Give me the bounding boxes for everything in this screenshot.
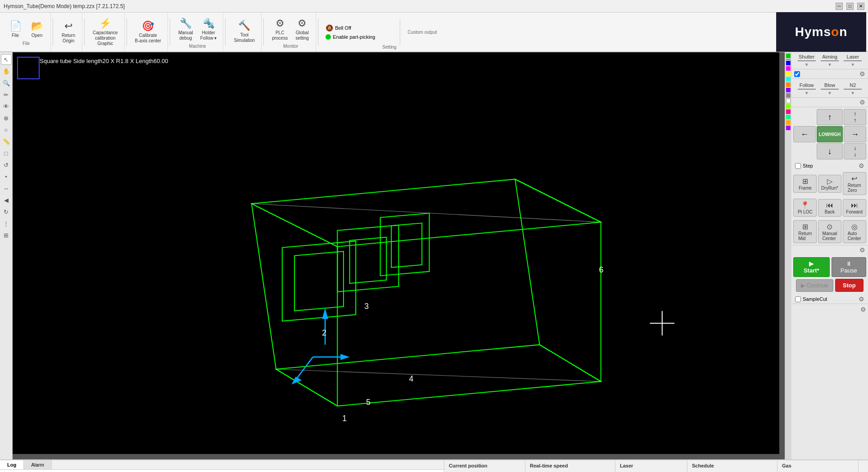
log-content[interactable]: (09/13 15:59:41) ExecutePLC:App_Start (0… bbox=[0, 470, 444, 472]
layer-color-yellow[interactable] bbox=[786, 72, 791, 76]
dots-v-tool[interactable]: ⋮ bbox=[1, 218, 12, 229]
pt-loc-button[interactable]: 📍 Pt LOC bbox=[793, 199, 817, 217]
current-position-section: Current position X -0261.005 mm Y +0736.… bbox=[444, 460, 525, 472]
layer-color-pink[interactable] bbox=[786, 109, 791, 114]
eye-tool[interactable]: 👁 bbox=[1, 101, 12, 112]
toolbar-group-monitor: ⚙ PLCprocess ⚙ Globalsetting Monitor bbox=[266, 13, 316, 51]
measure-tool[interactable]: 📏 bbox=[1, 136, 12, 147]
frame-button[interactable]: ⊞ Frame bbox=[793, 175, 817, 193]
pause-button[interactable]: ⏸ Pause bbox=[832, 257, 867, 277]
tool-icon: 🔨 bbox=[238, 20, 250, 32]
low-high-button[interactable]: LOW HIGH bbox=[817, 126, 843, 142]
calibrate-button[interactable]: 🎯 CalibrateB-axis center bbox=[132, 18, 164, 45]
hand-tool[interactable]: ✋ bbox=[1, 66, 12, 77]
return-origin-label: ReturnOrigin bbox=[62, 33, 75, 44]
close-button[interactable]: ✕ bbox=[857, 3, 864, 10]
center-gear-icon[interactable]: ⚙ bbox=[859, 246, 865, 254]
return-mid-button[interactable]: ⊞ ReturnMid bbox=[793, 220, 817, 243]
stretch-tool[interactable]: ↔ bbox=[1, 183, 12, 194]
viewport-scrollbar-horizontal[interactable] bbox=[13, 454, 785, 459]
layer-color-purple[interactable] bbox=[786, 88, 791, 92]
svg-line-6 bbox=[276, 369, 601, 381]
select-tool[interactable]: ↖ bbox=[1, 54, 12, 65]
alarm-tab[interactable]: Alarm bbox=[24, 460, 52, 469]
viewport[interactable]: Square tube Side length20 X R1.8 X Lengt… bbox=[13, 52, 785, 459]
new-file-icon: 📄 bbox=[9, 20, 22, 32]
zoom-in-tool[interactable]: ⊕ bbox=[1, 113, 12, 123]
viewport-scrollbar-vertical[interactable] bbox=[779, 52, 785, 459]
dir-up-button[interactable]: ↑ bbox=[817, 109, 843, 125]
arrow-left-tool[interactable]: ◀ bbox=[1, 195, 12, 205]
layer-color-gray[interactable] bbox=[786, 93, 791, 98]
dir-up-right-button[interactable]: ↑↑ bbox=[844, 109, 866, 125]
layer-color-gold[interactable] bbox=[786, 120, 791, 125]
tool-simulation-button[interactable]: 🔨 ToolSimulation bbox=[231, 18, 258, 45]
zoom-tool[interactable]: 🔍 bbox=[1, 77, 12, 88]
auto-center-button[interactable]: ◎ AutoCenter bbox=[843, 220, 866, 243]
pencil-tool[interactable]: ✏ bbox=[1, 89, 12, 100]
bell-off-button[interactable]: 🔕 Bell Off bbox=[326, 24, 375, 32]
return-zero-label: ReturnZero bbox=[848, 183, 861, 193]
layer-color-violet[interactable] bbox=[786, 126, 791, 130]
start-button[interactable]: ▶ Start* bbox=[793, 257, 830, 277]
sample-cut-gear-icon[interactable]: ⚙ bbox=[859, 295, 864, 303]
capacitance-button[interactable]: ⚡ CapacitancecalibrationGraphic bbox=[90, 16, 121, 48]
active-checkbox[interactable] bbox=[794, 71, 800, 77]
node-tool[interactable]: ⊞ bbox=[1, 230, 12, 241]
minimize-button[interactable]: ─ bbox=[836, 3, 843, 10]
maximize-button[interactable]: □ bbox=[846, 3, 854, 10]
sal-gear-icon[interactable]: ⚙ bbox=[859, 70, 865, 77]
svg-marker-3 bbox=[515, 179, 601, 381]
dry-run-button[interactable]: ▷ DryRun* bbox=[818, 175, 841, 193]
fbn-gear-icon[interactable]: ⚙ bbox=[859, 99, 865, 106]
return-origin-button[interactable]: ↩ ReturnOrigin bbox=[59, 18, 78, 45]
manual-debug-button[interactable]: 🔧 Manualdebug bbox=[176, 16, 196, 43]
n2-label: N2 bbox=[850, 82, 856, 88]
sample-cut-label: SampleCut bbox=[803, 296, 827, 302]
rect-tool[interactable]: □ bbox=[1, 148, 12, 159]
sample-cut-checkbox[interactable] bbox=[795, 296, 801, 302]
dot-tool[interactable]: • bbox=[1, 171, 12, 182]
layer-color-green[interactable] bbox=[786, 54, 791, 58]
back-button[interactable]: ⏮ Back bbox=[818, 199, 841, 217]
holder-follow-button[interactable]: 🔩 HolderFollow ▾ bbox=[198, 16, 220, 43]
step-gear-icon[interactable]: ⚙ bbox=[859, 162, 864, 169]
bottom-right-gear: ⚙ bbox=[859, 460, 868, 472]
layer-color-orange[interactable] bbox=[786, 82, 791, 87]
plc-process-button[interactable]: ⚙ PLCprocess bbox=[269, 16, 290, 43]
return-zero-button[interactable]: ↩ ReturnZero bbox=[843, 172, 866, 195]
dir-empty-1 bbox=[793, 109, 816, 125]
log-tab[interactable]: Log bbox=[0, 460, 24, 469]
new-file-button[interactable]: 📄 File bbox=[5, 18, 25, 40]
layer-color-white[interactable] bbox=[786, 99, 791, 103]
layer-color-lime[interactable] bbox=[786, 104, 791, 109]
global-setting-button[interactable]: ⚙ Globalsetting bbox=[292, 16, 312, 43]
layer-color-mint[interactable] bbox=[786, 115, 791, 119]
layer-color-magenta[interactable] bbox=[786, 66, 791, 71]
rotate-tool[interactable]: ↻ bbox=[1, 206, 12, 217]
gas-title: Gas bbox=[782, 463, 854, 468]
stop-button[interactable]: Stop bbox=[835, 279, 863, 292]
toolbar-sep-6 bbox=[263, 18, 264, 45]
step-checkbox[interactable] bbox=[795, 163, 801, 169]
dir-down-right-button[interactable]: ↓↓ bbox=[844, 143, 866, 159]
undo-tool[interactable]: ↺ bbox=[1, 159, 12, 170]
layer-color-blue[interactable] bbox=[786, 61, 791, 65]
dir-right-button[interactable]: → bbox=[844, 126, 866, 142]
manual-center-button[interactable]: ⊙ ManualCenter bbox=[818, 220, 841, 243]
circle-tool[interactable]: ○ bbox=[1, 124, 12, 135]
bottom-gear-icon[interactable]: ⚙ bbox=[860, 306, 866, 313]
forward-button[interactable]: ⏭ Forward bbox=[843, 199, 866, 217]
open-file-button[interactable]: 📂 Open bbox=[27, 18, 47, 40]
enable-part-picking-button[interactable]: Enable part-picking bbox=[326, 34, 375, 40]
holder-follow-icon: 🔩 bbox=[203, 18, 215, 29]
dir-down-button[interactable]: ↓ bbox=[817, 143, 843, 159]
continue-button[interactable]: ▶ Continue bbox=[796, 279, 833, 292]
window-controls[interactable]: ─ □ ✕ bbox=[836, 3, 864, 10]
controls-column: Shutter ▼ Aiming ▼ Laser ▼ bbox=[791, 52, 868, 459]
dir-left-button[interactable]: ← bbox=[793, 126, 816, 142]
pt-loc-icon: 📍 bbox=[800, 201, 809, 209]
svg-text:4: 4 bbox=[409, 374, 414, 383]
layer-color-cyan[interactable] bbox=[786, 77, 791, 82]
aiming-label: Aiming bbox=[822, 54, 837, 59]
